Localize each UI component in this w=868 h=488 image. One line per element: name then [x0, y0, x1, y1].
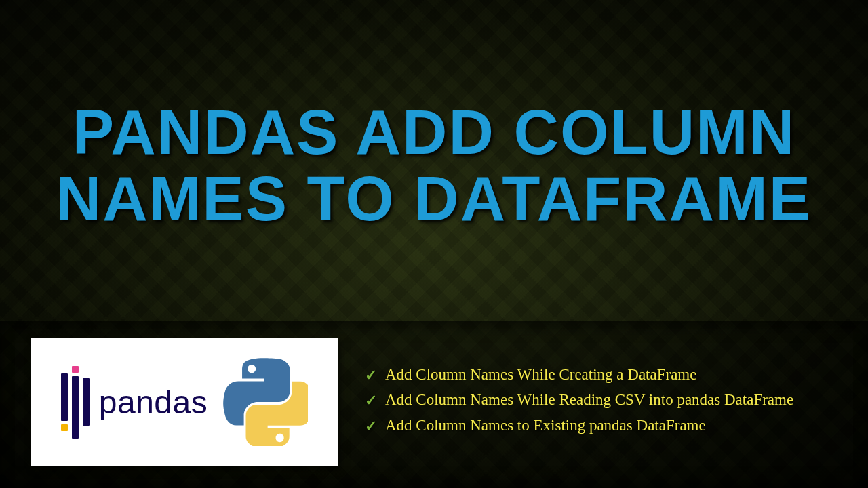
bullet-text: Add Column Names to Existing pandas Data…	[385, 417, 706, 434]
pandas-wordmark: pandas	[99, 384, 208, 421]
title-zone: PANDAS ADD COLUMN NAMES TO DATAFRAME	[0, 0, 868, 321]
bullet-text: Add Cloumn Names While Creating a DataFr…	[385, 366, 696, 383]
list-item: ✓ Add Column Names While Reading CSV int…	[365, 389, 837, 410]
list-item: ✓ Add Column Names to Existing pandas Da…	[365, 415, 837, 436]
check-icon: ✓	[365, 416, 377, 436]
check-icon: ✓	[365, 365, 377, 386]
logo-card: pandas	[31, 338, 338, 466]
pandas-logo: pandas	[61, 371, 208, 432]
bullet-text: Add Column Names While Reading CSV into …	[385, 391, 793, 408]
pandas-bars-icon	[61, 371, 90, 432]
check-icon: ✓	[365, 390, 377, 411]
bullet-list: ✓ Add Cloumn Names While Creating a Data…	[365, 364, 837, 439]
slide-title: PANDAS ADD COLUMN NAMES TO DATAFRAME	[41, 100, 827, 232]
slide: PANDAS ADD COLUMN NAMES TO DATAFRAME pan…	[0, 0, 868, 488]
lower-band: pandas ✓ Add Cloumn Names While Creating…	[0, 321, 868, 488]
python-logo-icon	[220, 358, 308, 446]
list-item: ✓ Add Cloumn Names While Creating a Data…	[365, 364, 837, 385]
